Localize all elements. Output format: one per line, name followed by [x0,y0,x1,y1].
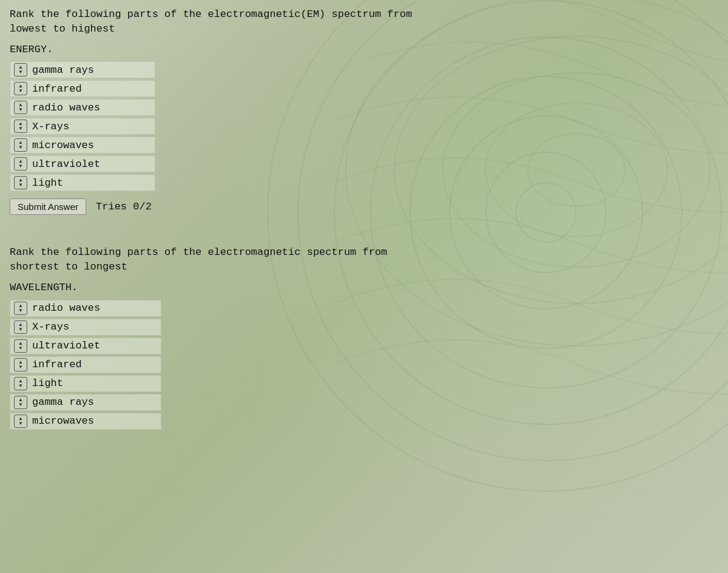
submit-answer-button[interactable]: Submit Answer [10,198,86,215]
list-item: ▲ ▼ gamma rays [10,61,155,78]
arrow-down-icon: ▼ [18,402,23,407]
spinner-control[interactable]: ▲ ▼ [14,396,27,409]
arrow-down-icon: ▼ [18,346,23,351]
tries-counter: Tries 0/2 [96,201,152,212]
arrow-down-icon: ▼ [18,145,23,150]
arrow-down-icon: ▼ [18,421,23,426]
spinner-control[interactable]: ▲ ▼ [14,339,27,353]
item-label: light [32,177,63,189]
main-content: Rank the following parts of the electrom… [0,0,728,444]
arrow-down-icon: ▼ [18,89,23,93]
list-item: ▲ ▼ gamma rays [10,394,161,411]
item-label: radio waves [32,102,100,114]
spinner-control[interactable]: ▲ ▼ [14,302,27,315]
question-2-items-list: ▲ ▼ radio waves ▲ ▼ X-rays ▲ ▼ ultraviol… [10,300,718,430]
spinner-control[interactable]: ▲ ▼ [14,138,27,152]
list-item: ▲ ▼ X-rays [10,319,161,336]
section-gap [10,233,718,245]
question-2-text-line2: WAVELENGTH. [10,280,434,295]
list-item: ▲ ▼ light [10,375,161,392]
arrow-down-icon: ▼ [18,327,23,332]
item-label: X-rays [32,321,69,333]
spinner-control[interactable]: ▲ ▼ [14,415,27,428]
spinner-control[interactable]: ▲ ▼ [14,157,27,171]
list-item: ▲ ▼ ultraviolet [10,155,155,172]
question-1: Rank the following parts of the electrom… [10,7,718,215]
question-1-items-list: ▲ ▼ gamma rays ▲ ▼ infrared ▲ ▼ radio wa… [10,61,718,191]
item-label: radio waves [32,302,100,314]
question-2-text-line1: Rank the following parts of the electrom… [10,245,434,274]
list-item: ▲ ▼ radio waves [10,300,161,317]
item-label: microwaves [32,140,94,151]
arrow-down-icon: ▼ [18,308,23,313]
spinner-control[interactable]: ▲ ▼ [14,176,27,189]
question-2: Rank the following parts of the electrom… [10,245,718,429]
spinner-control[interactable]: ▲ ▼ [14,320,27,334]
arrow-down-icon: ▼ [18,107,23,112]
arrow-down-icon: ▼ [18,126,23,131]
list-item: ▲ ▼ microwaves [10,137,155,154]
spinner-control[interactable]: ▲ ▼ [14,377,27,390]
spinner-control[interactable]: ▲ ▼ [14,101,27,114]
question-1-text-line2: ENERGY. [10,42,434,57]
arrow-down-icon: ▼ [18,384,23,388]
list-item: ▲ ▼ X-rays [10,118,155,135]
item-label: ultraviolet [32,158,100,170]
list-item: ▲ ▼ infrared [10,356,161,373]
item-label: microwaves [32,415,94,427]
list-item: ▲ ▼ microwaves [10,413,161,430]
list-item: ▲ ▼ infrared [10,80,155,97]
spinner-control[interactable]: ▲ ▼ [14,63,27,76]
item-label: X-rays [32,121,69,132]
list-item: ▲ ▼ radio waves [10,99,155,116]
arrow-down-icon: ▼ [18,164,23,169]
item-label: gamma rays [32,64,94,76]
spinner-control[interactable]: ▲ ▼ [14,358,27,371]
arrow-down-icon: ▼ [18,365,23,370]
item-label: light [32,378,63,389]
list-item: ▲ ▼ light [10,174,155,191]
item-label: infrared [32,359,82,370]
arrow-down-icon: ▼ [18,70,23,75]
arrow-down-icon: ▼ [18,183,23,188]
item-label: ultraviolet [32,340,100,351]
question-1-text-line1: Rank the following parts of the electrom… [10,7,434,36]
spinner-control[interactable]: ▲ ▼ [14,120,27,133]
item-label: infrared [32,83,82,95]
list-item: ▲ ▼ ultraviolet [10,337,161,354]
spinner-control[interactable]: ▲ ▼ [14,82,27,95]
item-label: gamma rays [32,396,94,408]
submit-row: Submit Answer Tries 0/2 [10,198,718,215]
